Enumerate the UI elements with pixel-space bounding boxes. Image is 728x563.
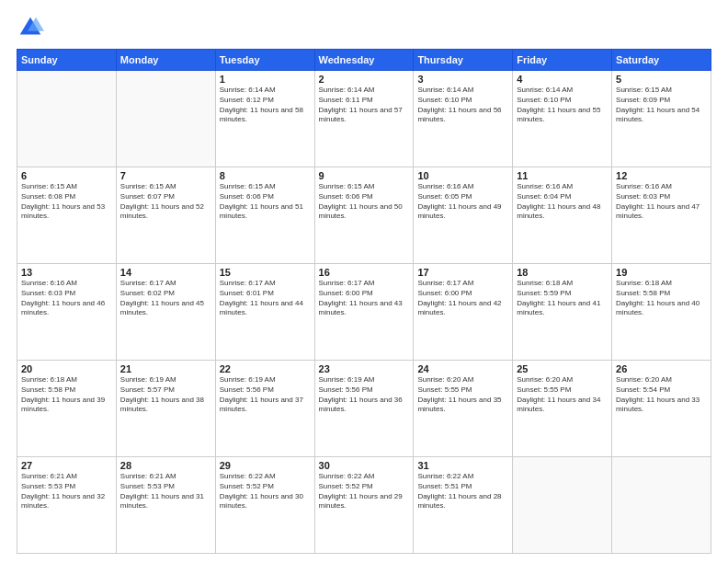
day-info: Sunrise: 6:15 AMSunset: 6:06 PMDaylight:… — [220, 182, 311, 222]
calendar-day-cell: 12Sunrise: 6:16 AMSunset: 6:03 PMDayligh… — [612, 167, 711, 264]
calendar-day-cell: 25Sunrise: 6:20 AMSunset: 5:55 PMDayligh… — [513, 361, 612, 457]
day-number: 20 — [21, 363, 112, 374]
calendar-week-row: 20Sunrise: 6:18 AMSunset: 5:58 PMDayligh… — [17, 361, 711, 457]
day-number: 26 — [616, 363, 707, 374]
day-info: Sunrise: 6:19 AMSunset: 5:56 PMDaylight:… — [220, 375, 311, 415]
day-number: 19 — [616, 267, 707, 278]
day-info: Sunrise: 6:22 AMSunset: 5:52 PMDaylight:… — [319, 472, 410, 511]
calendar-day-cell: 4Sunrise: 6:14 AMSunset: 6:10 PMDaylight… — [513, 71, 612, 167]
day-number: 23 — [319, 363, 410, 374]
calendar-day-cell — [116, 71, 215, 167]
day-number: 14 — [120, 267, 211, 278]
calendar-day-cell: 27Sunrise: 6:21 AMSunset: 5:53 PMDayligh… — [17, 457, 117, 554]
day-number: 24 — [417, 363, 508, 374]
day-number: 10 — [417, 170, 508, 181]
calendar-day-cell: 2Sunrise: 6:14 AMSunset: 6:11 PMDaylight… — [314, 71, 414, 167]
calendar-day-cell: 7Sunrise: 6:15 AMSunset: 6:07 PMDaylight… — [116, 167, 215, 264]
day-info: Sunrise: 6:20 AMSunset: 5:55 PMDaylight:… — [417, 375, 508, 415]
calendar-day-cell: 31Sunrise: 6:22 AMSunset: 5:51 PMDayligh… — [414, 457, 513, 554]
day-number: 15 — [220, 267, 311, 278]
day-of-week-header: Thursday — [414, 50, 513, 71]
calendar-day-cell: 15Sunrise: 6:17 AMSunset: 6:01 PMDayligh… — [215, 264, 314, 361]
day-info: Sunrise: 6:19 AMSunset: 5:56 PMDaylight:… — [319, 375, 410, 415]
calendar-day-cell: 16Sunrise: 6:17 AMSunset: 6:00 PMDayligh… — [314, 264, 414, 361]
header — [17, 14, 711, 41]
calendar-day-cell: 11Sunrise: 6:16 AMSunset: 6:04 PMDayligh… — [513, 167, 612, 264]
day-of-week-header: Tuesday — [215, 50, 314, 71]
day-of-week-header: Saturday — [612, 50, 711, 71]
day-info: Sunrise: 6:20 AMSunset: 5:54 PMDaylight:… — [616, 375, 707, 415]
day-of-week-header: Wednesday — [314, 50, 414, 71]
day-info: Sunrise: 6:22 AMSunset: 5:52 PMDaylight:… — [220, 472, 311, 511]
day-number: 13 — [21, 267, 112, 278]
day-number: 27 — [21, 460, 112, 471]
calendar-day-cell: 21Sunrise: 6:19 AMSunset: 5:57 PMDayligh… — [116, 361, 215, 457]
day-info: Sunrise: 6:17 AMSunset: 6:00 PMDaylight:… — [319, 279, 410, 318]
day-of-week-header: Sunday — [17, 50, 117, 71]
calendar-day-cell: 19Sunrise: 6:18 AMSunset: 5:58 PMDayligh… — [612, 264, 711, 361]
calendar-day-cell: 28Sunrise: 6:21 AMSunset: 5:53 PMDayligh… — [116, 457, 215, 554]
page: SundayMondayTuesdayWednesdayThursdayFrid… — [0, 0, 728, 563]
day-number: 4 — [517, 74, 608, 85]
calendar-day-cell: 14Sunrise: 6:17 AMSunset: 6:02 PMDayligh… — [116, 264, 215, 361]
calendar-day-cell: 8Sunrise: 6:15 AMSunset: 6:06 PMDaylight… — [215, 167, 314, 264]
day-number: 28 — [120, 460, 211, 471]
calendar-day-cell: 3Sunrise: 6:14 AMSunset: 6:10 PMDaylight… — [414, 71, 513, 167]
day-number: 25 — [517, 363, 608, 374]
day-info: Sunrise: 6:19 AMSunset: 5:57 PMDaylight:… — [120, 375, 211, 415]
day-number: 7 — [120, 170, 211, 181]
day-info: Sunrise: 6:18 AMSunset: 5:58 PMDaylight:… — [616, 279, 707, 318]
day-info: Sunrise: 6:16 AMSunset: 6:04 PMDaylight:… — [517, 182, 608, 222]
calendar-week-row: 27Sunrise: 6:21 AMSunset: 5:53 PMDayligh… — [17, 457, 711, 554]
day-number: 6 — [21, 170, 112, 181]
calendar-day-cell: 1Sunrise: 6:14 AMSunset: 6:12 PMDaylight… — [215, 71, 314, 167]
day-info: Sunrise: 6:14 AMSunset: 6:10 PMDaylight:… — [517, 86, 608, 125]
day-number: 17 — [417, 267, 508, 278]
calendar-day-cell: 23Sunrise: 6:19 AMSunset: 5:56 PMDayligh… — [314, 361, 414, 457]
calendar-table: SundayMondayTuesdayWednesdayThursdayFrid… — [17, 49, 711, 554]
calendar-day-cell: 24Sunrise: 6:20 AMSunset: 5:55 PMDayligh… — [414, 361, 513, 457]
logo-icon — [17, 14, 44, 41]
day-info: Sunrise: 6:22 AMSunset: 5:51 PMDaylight:… — [417, 472, 508, 511]
day-info: Sunrise: 6:15 AMSunset: 6:07 PMDaylight:… — [120, 182, 211, 222]
day-info: Sunrise: 6:21 AMSunset: 5:53 PMDaylight:… — [21, 472, 112, 511]
day-info: Sunrise: 6:15 AMSunset: 6:06 PMDaylight:… — [319, 182, 410, 222]
calendar-header-row: SundayMondayTuesdayWednesdayThursdayFrid… — [17, 50, 711, 71]
calendar-day-cell — [612, 457, 711, 554]
day-of-week-header: Monday — [116, 50, 215, 71]
calendar-day-cell — [17, 71, 117, 167]
logo — [17, 14, 48, 41]
day-number: 21 — [120, 363, 211, 374]
day-number: 12 — [616, 170, 707, 181]
day-number: 5 — [616, 74, 707, 85]
day-of-week-header: Friday — [513, 50, 612, 71]
calendar-day-cell: 10Sunrise: 6:16 AMSunset: 6:05 PMDayligh… — [414, 167, 513, 264]
calendar-week-row: 1Sunrise: 6:14 AMSunset: 6:12 PMDaylight… — [17, 71, 711, 167]
calendar-week-row: 13Sunrise: 6:16 AMSunset: 6:03 PMDayligh… — [17, 264, 711, 361]
calendar-day-cell: 20Sunrise: 6:18 AMSunset: 5:58 PMDayligh… — [17, 361, 117, 457]
day-info: Sunrise: 6:16 AMSunset: 6:03 PMDaylight:… — [616, 182, 707, 222]
day-info: Sunrise: 6:18 AMSunset: 5:59 PMDaylight:… — [517, 279, 608, 318]
calendar-day-cell: 9Sunrise: 6:15 AMSunset: 6:06 PMDaylight… — [314, 167, 414, 264]
day-number: 8 — [220, 170, 311, 181]
day-number: 22 — [220, 363, 311, 374]
day-number: 30 — [319, 460, 410, 471]
day-info: Sunrise: 6:14 AMSunset: 6:11 PMDaylight:… — [319, 86, 410, 125]
day-info: Sunrise: 6:20 AMSunset: 5:55 PMDaylight:… — [517, 375, 608, 415]
day-number: 18 — [517, 267, 608, 278]
calendar-day-cell: 17Sunrise: 6:17 AMSunset: 6:00 PMDayligh… — [414, 264, 513, 361]
day-number: 2 — [319, 74, 410, 85]
day-info: Sunrise: 6:21 AMSunset: 5:53 PMDaylight:… — [120, 472, 211, 511]
calendar-day-cell: 6Sunrise: 6:15 AMSunset: 6:08 PMDaylight… — [17, 167, 117, 264]
day-info: Sunrise: 6:18 AMSunset: 5:58 PMDaylight:… — [21, 375, 112, 415]
day-number: 29 — [220, 460, 311, 471]
day-number: 16 — [319, 267, 410, 278]
calendar-day-cell: 13Sunrise: 6:16 AMSunset: 6:03 PMDayligh… — [17, 264, 117, 361]
calendar-day-cell: 5Sunrise: 6:15 AMSunset: 6:09 PMDaylight… — [612, 71, 711, 167]
day-info: Sunrise: 6:14 AMSunset: 6:10 PMDaylight:… — [417, 86, 508, 125]
day-number: 3 — [417, 74, 508, 85]
day-info: Sunrise: 6:16 AMSunset: 6:03 PMDaylight:… — [21, 279, 112, 318]
calendar-day-cell: 30Sunrise: 6:22 AMSunset: 5:52 PMDayligh… — [314, 457, 414, 554]
calendar-day-cell: 26Sunrise: 6:20 AMSunset: 5:54 PMDayligh… — [612, 361, 711, 457]
day-number: 1 — [220, 74, 311, 85]
